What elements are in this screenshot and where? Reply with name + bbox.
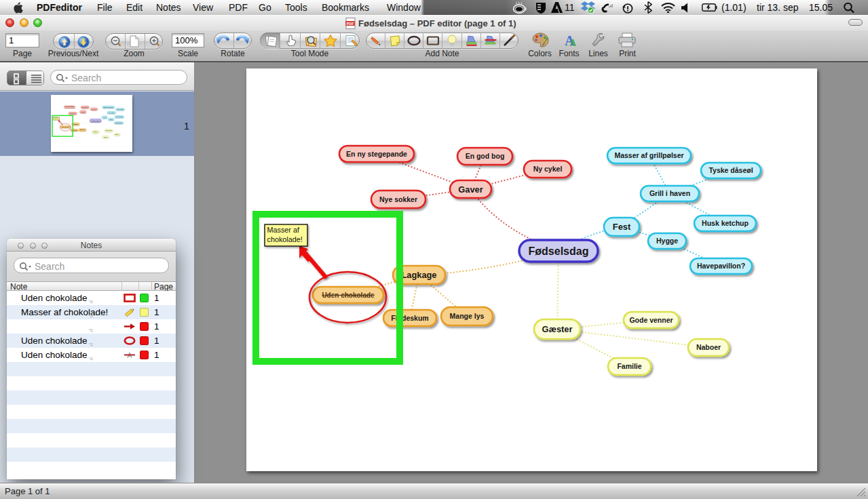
svg-text:Lagkage: Lagkage — [402, 270, 437, 280]
svg-text:Uden chokolade: Uden chokolade — [322, 292, 375, 299]
svg-text:Fødselsdag: Fødselsdag — [529, 245, 589, 257]
svg-text:Masser af: Masser af — [267, 226, 300, 234]
svg-text:En god bog: En god bog — [466, 152, 505, 160]
svg-text:Familie: Familie — [617, 362, 641, 370]
svg-text:Grill i haven: Grill i haven — [649, 189, 690, 197]
svg-text:En ny stegepande: En ny stegepande — [346, 150, 407, 158]
svg-text:Hygge: Hygge — [656, 237, 678, 245]
svg-text:A: A — [569, 38, 577, 48]
svg-text:Gæster: Gæster — [542, 324, 573, 334]
svg-text:chokolade!: chokolade! — [267, 235, 303, 243]
svg-text:Havepavillon?: Havepavillon? — [697, 262, 745, 270]
svg-text:Ny cykel: Ny cykel — [533, 165, 563, 173]
svg-text:Gaver: Gaver — [458, 184, 483, 195]
svg-text:Masser af grillpølser: Masser af grillpølser — [614, 151, 683, 159]
svg-text:Husk ketchup: Husk ketchup — [702, 219, 749, 227]
svg-text:Fest: Fest — [613, 222, 631, 232]
svg-text:Gode venner: Gode venner — [629, 316, 673, 324]
svg-text:Tyske dåseøl: Tyske dåseøl — [709, 166, 753, 174]
svg-text:PDF: PDF — [347, 22, 355, 26]
svg-text:Naboer: Naboer — [696, 343, 721, 351]
svg-text:Mange lys: Mange lys — [450, 312, 485, 320]
svg-text:Nye sokker: Nye sokker — [379, 195, 417, 203]
